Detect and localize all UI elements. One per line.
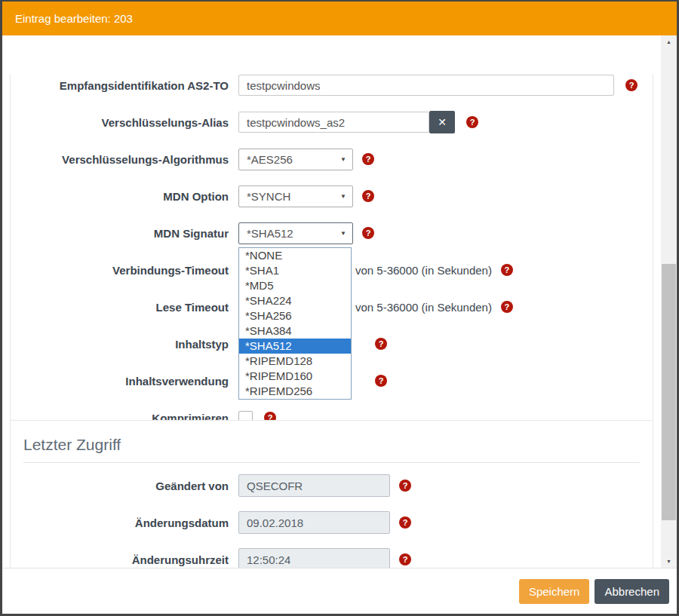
last-access-panel: Letzter Zugriff Geändert von ? Änderungs… xyxy=(10,420,653,568)
clear-alias-button[interactable]: ✕ xyxy=(429,111,455,133)
alias-label: Verschlüsselungs-Alias xyxy=(11,116,229,129)
as2-settings-panel: Empfangsidentifikation AS2-TO ? Verschlü… xyxy=(10,74,653,449)
help-icon[interactable]: ? xyxy=(362,190,374,202)
change-date-label: Änderungsdatum xyxy=(11,516,229,529)
edit-entry-dialog: Eintrag bearbeiten: 203 Empfangsidentifi… xyxy=(2,2,677,614)
change-date-input xyxy=(238,511,390,534)
mdn-signature-select-value: *SHA512 xyxy=(247,227,293,240)
listbox-option[interactable]: *RIPEMD160 xyxy=(239,369,351,384)
help-icon[interactable]: ? xyxy=(501,301,513,313)
algorithm-select-value: *AES256 xyxy=(247,153,293,166)
vertical-scrollbar[interactable]: ▲ ▼ xyxy=(661,35,677,568)
help-icon[interactable]: ? xyxy=(501,264,513,276)
mdn-option-select[interactable]: *SYNCH ▼ xyxy=(238,185,353,207)
section-divider xyxy=(23,462,640,463)
help-icon[interactable]: ? xyxy=(399,516,411,529)
chevron-down-icon: ▼ xyxy=(340,230,346,237)
help-icon[interactable]: ? xyxy=(625,79,638,91)
listbox-option[interactable]: *RIPEMD128 xyxy=(239,354,351,369)
help-icon[interactable]: ? xyxy=(362,153,374,165)
listbox-option[interactable]: *SHA384 xyxy=(239,323,351,339)
field-row-changed-by: Geändert von ? xyxy=(11,474,653,497)
listbox-option[interactable]: *RIPEMD256 xyxy=(239,384,351,399)
help-icon[interactable]: ? xyxy=(375,375,387,387)
dialog-footer: Speichern Abbrechen xyxy=(2,568,677,614)
algorithm-select[interactable]: *AES256 ▼ xyxy=(238,149,353,170)
read-timeout-label: Lese Timeout xyxy=(11,301,229,314)
field-row-mdn-signature: MDN Signatur *SHA512 ▼ ? xyxy=(11,222,653,244)
change-time-label: Änderungsuhrzeit xyxy=(11,553,229,566)
listbox-option[interactable]: *SHA224 xyxy=(239,293,351,308)
help-icon[interactable]: ? xyxy=(362,227,374,239)
listbox-option[interactable]: *SHA256 xyxy=(239,308,351,323)
content-usage-label: Inhaltsverwendung xyxy=(11,375,229,388)
mdn-signature-label: MDN Signatur xyxy=(11,227,229,240)
conn-timeout-label: Verbindungs-Timeout xyxy=(11,264,229,277)
conn-timeout-hint: von 5-36000 (in Sekunden) xyxy=(355,264,492,277)
listbox-option[interactable]: *SHA1 xyxy=(239,263,351,278)
scroll-up-icon[interactable]: ▲ xyxy=(661,35,677,48)
alias-input[interactable] xyxy=(238,112,429,133)
help-icon[interactable]: ? xyxy=(375,338,387,350)
changed-by-input xyxy=(238,474,390,497)
help-icon[interactable]: ? xyxy=(399,480,411,492)
field-row-as2to: Empfangsidentifikation AS2-TO ? xyxy=(11,74,653,97)
mdn-option-select-value: *SYNCH xyxy=(247,190,290,203)
field-row-alias: Verschlüsselungs-Alias ✕ ? xyxy=(11,111,653,133)
mdn-signature-select[interactable]: *SHA512 ▼ xyxy=(238,222,353,244)
as2to-input[interactable] xyxy=(238,75,614,96)
cancel-button[interactable]: Abbrechen xyxy=(595,579,669,604)
content-type-label: Inhaltstyp xyxy=(11,338,229,351)
listbox-option[interactable]: *NONE xyxy=(239,248,351,263)
as2to-label: Empfangsidentifikation AS2-TO xyxy=(11,79,229,92)
field-row-mdn-option: MDN Option *SYNCH ▼ ? xyxy=(11,185,653,207)
save-button[interactable]: Speichern xyxy=(519,579,590,604)
algorithm-label: Verschlüsselungs-Algorithmus xyxy=(11,153,229,166)
chevron-down-icon: ▼ xyxy=(340,156,346,163)
close-icon: ✕ xyxy=(438,116,447,128)
section-heading: Letzter Zugriff xyxy=(23,436,640,454)
help-icon[interactable]: ? xyxy=(399,553,411,565)
field-row-algorithm: Verschlüsselungs-Algorithmus *AES256 ▼ ? xyxy=(11,148,653,170)
chevron-down-icon: ▼ xyxy=(340,193,346,200)
mdn-signature-listbox[interactable]: *NONE*SHA1*MD5*SHA224*SHA256*SHA384*SHA5… xyxy=(238,247,352,400)
field-row-change-date: Änderungsdatum ? xyxy=(11,511,653,534)
changed-by-label: Geändert von xyxy=(11,480,229,492)
dialog-title: Eintrag bearbeiten: 203 xyxy=(2,2,677,35)
listbox-option[interactable]: *SHA512 xyxy=(239,339,351,354)
help-icon[interactable]: ? xyxy=(466,116,478,128)
scrollbar-thumb[interactable] xyxy=(662,264,676,520)
listbox-option[interactable]: *MD5 xyxy=(239,278,351,293)
scroll-down-icon[interactable]: ▼ xyxy=(661,555,677,568)
read-timeout-hint: von 5-36000 (in Sekunden) xyxy=(355,301,492,314)
mdn-option-label: MDN Option xyxy=(11,190,229,203)
